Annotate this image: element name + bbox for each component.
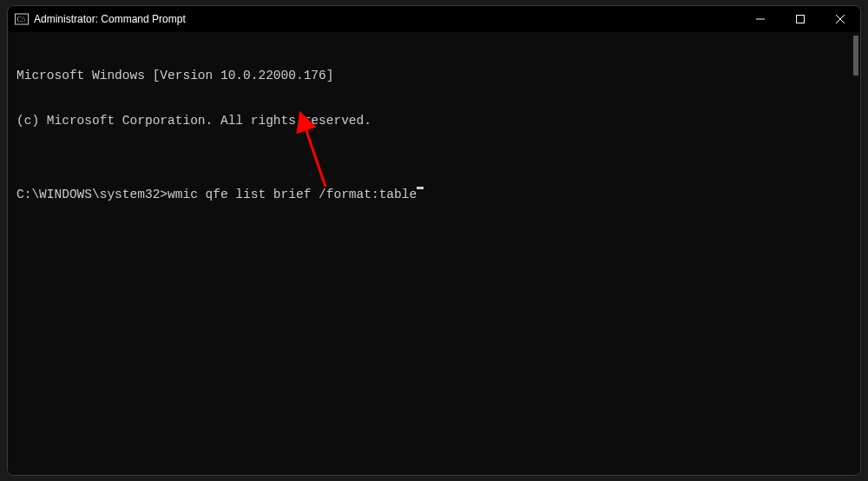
close-button[interactable] [820, 6, 860, 32]
command-prompt-window: C:\ Administrator: Command Prompt Micros… [7, 5, 861, 476]
terminal-prompt-line: C:\WINDOWS\system32>wmic qfe list brief … [16, 188, 852, 202]
terminal-prompt: C:\WINDOWS\system32> [16, 188, 168, 202]
terminal-output-line: (c) Microsoft Corporation. All rights re… [16, 114, 852, 128]
svg-rect-3 [797, 16, 805, 23]
window-title: Administrator: Command Prompt [34, 13, 186, 25]
terminal-body[interactable]: Microsoft Windows [Version 10.0.22000.17… [8, 32, 860, 475]
terminal-output-line: Microsoft Windows [Version 10.0.22000.17… [16, 69, 852, 83]
titlebar[interactable]: C:\ Administrator: Command Prompt [8, 6, 860, 32]
maximize-button[interactable] [780, 6, 820, 32]
cmd-icon: C:\ [15, 12, 29, 26]
svg-text:C:\: C:\ [17, 16, 27, 23]
minimize-button[interactable] [740, 6, 780, 32]
window-controls [740, 6, 860, 32]
terminal-command: wmic qfe list brief /format:table [168, 188, 417, 202]
scrollbar-thumb[interactable] [853, 36, 858, 76]
cursor [417, 187, 424, 189]
